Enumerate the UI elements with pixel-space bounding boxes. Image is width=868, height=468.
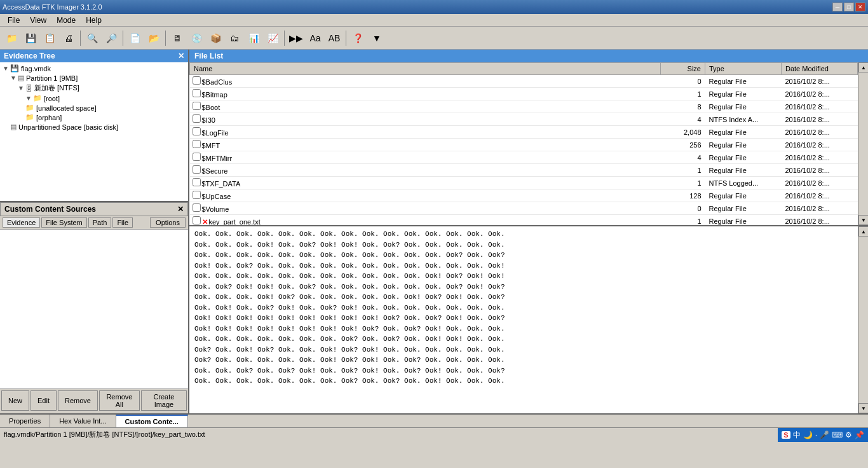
file-checkbox[interactable] [193,76,201,85]
col-header-date[interactable]: Date Modified [782,63,858,75]
file-checkbox[interactable] [193,191,201,199]
toolbar-btn-17[interactable]: AB [325,29,343,47]
file-list-scrollbar[interactable]: ▲ ▼ [858,62,868,225]
close-button[interactable]: ✕ [855,3,865,11]
file-list-row[interactable]: $Bitmap1Regular File2016/10/2 8:... [190,88,858,100]
content-scroll-down[interactable]: ▼ [858,403,868,413]
path-tab[interactable]: Path [88,217,112,228]
toolbar-btn-7[interactable]: 📄 [126,29,144,47]
evidence-tree-content[interactable]: ▼ 💾 flag.vmdk ▼ ▤ Partition 1 [9MB] ▼ 🗄 … [0,62,188,201]
file-list-row[interactable]: $LogFile2,048Regular File2016/10/2 8:... [190,126,858,139]
file-list-row[interactable]: $TXF_DATA1NTFS Logged...2016/10/2 8:... [190,177,858,189]
tree-label: [root] [44,95,60,102]
file-list-row[interactable]: $BadClus0Regular File2016/10/2 8:... [190,75,858,88]
content-scrollbar[interactable]: ▲ ▼ [858,226,868,413]
toolbar-btn-5[interactable]: 🔍 [83,29,101,47]
tab-custom-content[interactable]: Custom Conte... [116,415,188,427]
tree-item-volume[interactable]: ▼ 🗄 新加卷 [NTFS] [1,83,187,93]
toolbar-btn-11[interactable]: 📦 [207,29,224,47]
toolbar-btn-18[interactable]: ❓ [349,29,367,47]
tree-item-flagvmdk[interactable]: ▼ 💾 flag.vmdk [1,64,187,73]
evidence-tree-close-button[interactable]: ✕ [178,52,184,60]
remove-button[interactable]: Remove [58,390,98,411]
toolbar-btn-15[interactable]: ▶▶ [287,29,305,47]
toolbar-btn-3[interactable]: 📋 [41,29,58,47]
file-checkbox[interactable] [193,216,201,224]
file-list-row[interactable]: $Boot8Regular File2016/10/2 8:... [190,100,858,113]
file-checkbox[interactable] [193,165,201,174]
remove-all-button[interactable]: Remove All [99,390,140,411]
expand-icon[interactable]: ▼ [10,74,17,81]
tree-item-root[interactable]: ▼ 📁 [root] [1,93,187,103]
toolbar-btn-13[interactable]: 📊 [245,29,262,47]
toolbar-btn-2[interactable]: 💾 [22,29,39,47]
toolbar-btn-9[interactable]: 🖥 [168,29,186,47]
scroll-up-arrow[interactable]: ▲ [858,62,868,72]
file-checkbox[interactable] [193,102,201,110]
content-scroll-up[interactable]: ▲ [858,226,868,237]
file-list-row[interactable]: $Volume0Regular File2016/10/2 8:... [190,202,858,215]
expand-icon[interactable]: ▼ [25,95,32,102]
file-list-row[interactable]: $UpCase128Regular File2016/10/2 8:... [190,189,858,202]
file-checkbox[interactable] [193,114,201,123]
col-header-type[interactable]: Type [705,63,782,75]
file-checkbox[interactable] [193,140,201,148]
options-button[interactable]: Options [150,217,186,228]
file-date: 2016/10/2 8:... [782,100,858,113]
tree-item-orphan[interactable]: 📁 [orphan] [1,113,187,122]
new-button[interactable]: New [1,390,29,411]
file-checkbox[interactable] [193,178,201,186]
toolbar-btn-12[interactable]: 🗂 [226,29,243,47]
maximize-button[interactable]: □ [844,3,854,11]
custom-sources-close-button[interactable]: ✕ [177,205,184,214]
tree-label: [orphan] [36,114,62,121]
file-list-table-container[interactable]: Name Size Type Date Modified $BadClus0Re… [189,62,858,225]
file-checkbox[interactable] [193,127,201,135]
input-method-bar[interactable]: S 中 🌙 · 🎤 ⌨ ⚙ 📌 [778,428,868,442]
tree-item-partition1[interactable]: ▼ ▤ Partition 1 [9MB] [1,73,187,83]
tree-item-unpartitioned[interactable]: ▤ Unpartitioned Space [basic disk] [1,122,187,132]
edit-button[interactable]: Edit [31,390,57,411]
content-viewer[interactable]: Ook. Ook. Ook. Ook. Ook. Ook. Ook. Ook. … [189,226,858,413]
col-header-size[interactable]: Size [661,63,705,75]
custom-sources-title: Custom Content Sources [4,205,96,214]
toolbar-btn-16[interactable]: Aa [306,29,324,47]
volume-icon: 🗄 [25,85,32,92]
file-checkbox[interactable] [193,153,201,161]
expand-icon[interactable]: ▼ [3,65,9,72]
minimize-button[interactable]: ─ [832,3,843,11]
tab-properties[interactable]: Properties [0,415,50,427]
custom-sources-toolbar: Evidence File System Path File Options [0,216,188,230]
toolbar-btn-19[interactable]: ▼ [368,29,386,47]
file-tab[interactable]: File [112,217,133,228]
file-list-row[interactable]: $Secure1Regular File2016/10/2 8:... [190,164,858,177]
evidence-tab[interactable]: Evidence [3,217,40,228]
filesystem-tab[interactable]: File System [41,217,86,228]
custom-sources-content[interactable] [0,230,188,389]
tree-item-unallocated[interactable]: 📁 [unallocated space] [1,103,187,113]
create-image-button[interactable]: Create Image [141,390,187,411]
file-checkbox[interactable] [193,203,201,212]
file-list-row[interactable]: ✕key_part_one.txt1Regular File2016/10/2 … [190,215,858,226]
menu-help[interactable]: Help [81,15,107,26]
menu-view[interactable]: View [25,15,51,26]
menu-mode[interactable]: Mode [51,15,81,26]
file-checkbox[interactable] [193,89,201,97]
file-name: $MFTMirr [202,155,233,162]
toolbar-btn-6[interactable]: 🔎 [102,29,120,47]
file-list-row[interactable]: $I304NTFS Index A...2016/10/2 8:... [190,113,858,126]
col-header-name[interactable]: Name [190,63,661,75]
file-list-row[interactable]: $MFTMirr4Regular File2016/10/2 8:... [190,151,858,164]
scroll-down-arrow[interactable]: ▼ [858,215,868,225]
menu-file[interactable]: File [3,15,25,26]
file-list-row[interactable]: $MFT256Regular File2016/10/2 8:... [190,139,858,151]
tab-hex-value[interactable]: Hex Value Int... [50,415,116,427]
toolbar-btn-4[interactable]: 🖨 [60,29,78,47]
file-size: 1 [661,177,705,189]
toolbar-btn-8[interactable]: 📂 [145,29,163,47]
toolbar-btn-14[interactable]: 📈 [264,29,281,47]
expand-icon[interactable]: ▼ [18,85,24,92]
toolbar-btn-1[interactable]: 📁 [3,29,20,47]
file-name: $I30 [202,116,215,124]
toolbar-btn-10[interactable]: 💿 [187,29,205,47]
